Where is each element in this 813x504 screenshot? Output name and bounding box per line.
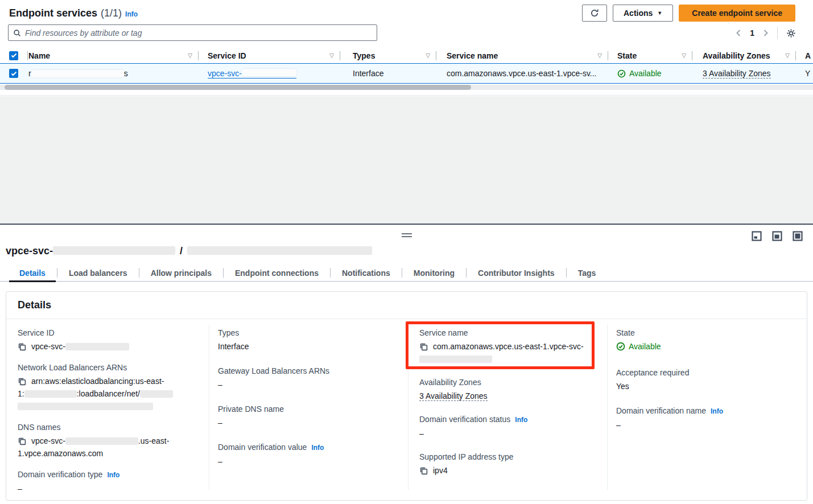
- chevron-right-icon: [762, 29, 769, 37]
- field-label: Domain verification value: [218, 441, 307, 453]
- status-available-icon: [617, 69, 626, 78]
- chevron-down-icon: ▼: [657, 10, 662, 16]
- tab-load-balancers[interactable]: Load balancers: [57, 265, 139, 281]
- tab-contributor-insights[interactable]: Contributor Insights: [467, 265, 566, 281]
- state-text: Available: [629, 340, 661, 353]
- status-available-icon: [616, 342, 625, 351]
- copy-icon[interactable]: [18, 342, 27, 351]
- column-divider: [198, 51, 199, 60]
- availability-zones-link[interactable]: 3 Availability Zones: [703, 69, 771, 79]
- tab-monitoring[interactable]: Monitoring: [402, 265, 466, 281]
- field-label: Types: [218, 327, 239, 338]
- field-value-line2: 1.vpce.amazonaws.com: [18, 447, 205, 460]
- page-title: Endpoint services (1/1) Info: [9, 7, 138, 19]
- tab-details[interactable]: Details: [8, 265, 57, 281]
- field-value: –: [18, 482, 205, 495]
- field-value: Yes: [616, 380, 804, 393]
- refresh-icon: [590, 9, 599, 18]
- field-label: Acceptance required: [616, 367, 689, 378]
- field-value-line2: [419, 353, 600, 365]
- redacted-text: [242, 69, 296, 76]
- horizontal-scrollbar-thumb[interactable]: [5, 85, 471, 90]
- refresh-button[interactable]: [582, 5, 607, 22]
- tab-notifications[interactable]: Notifications: [331, 265, 402, 281]
- copy-icon[interactable]: [419, 466, 428, 475]
- column-header-service-name: Service name: [447, 51, 498, 60]
- row-acceptance-cell: Y: [795, 64, 813, 83]
- pagination-divider: [777, 27, 778, 39]
- column-header-types: Types: [353, 51, 375, 60]
- redacted-text: [419, 356, 492, 363]
- sort-icon[interactable]: ▽: [785, 53, 790, 59]
- copy-icon[interactable]: [18, 377, 27, 386]
- panel-size-medium-button[interactable]: [772, 230, 783, 242]
- service-id-link[interactable]: vpce-svc-: [208, 69, 296, 79]
- table-header: Name ▽ Service ID ▽ Types ▽ Service name…: [0, 48, 813, 63]
- field-value: vpce-svc-.us-east-: [31, 435, 169, 447]
- table-preferences-button[interactable]: [786, 28, 797, 39]
- sort-icon[interactable]: ▽: [682, 53, 686, 59]
- previous-page-button[interactable]: [735, 29, 742, 37]
- page-header: Endpoint services (1/1) Info Actions ▼: [9, 3, 795, 23]
- actions-button[interactable]: Actions ▼: [613, 5, 673, 22]
- current-page[interactable]: 1: [750, 28, 754, 38]
- search-box: [8, 24, 377, 41]
- next-page-button[interactable]: [762, 29, 769, 37]
- info-link[interactable]: Info: [711, 406, 723, 417]
- table-row[interactable]: r s vpce-svc- Interface com.amazonaws.vp…: [0, 63, 813, 84]
- panel-size-large-button[interactable]: [793, 230, 804, 242]
- field-acceptance-required: Acceptance required Yes: [616, 367, 804, 393]
- field-value: –: [616, 419, 804, 431]
- gear-icon: [786, 28, 797, 39]
- sort-icon[interactable]: ▽: [188, 53, 192, 59]
- info-link[interactable]: Info: [515, 414, 527, 425]
- actions-button-label: Actions: [624, 9, 653, 18]
- column-divider: [408, 325, 408, 490]
- endpoint-services-page: Endpoint services (1/1) Info Actions ▼: [0, 0, 813, 504]
- column-divider: [340, 51, 340, 60]
- field-domain-verification-type: Domain verification typeInfo –: [18, 469, 205, 495]
- tab-tags[interactable]: Tags: [567, 265, 608, 281]
- page-info-link[interactable]: Info: [125, 10, 138, 18]
- copy-icon[interactable]: [18, 436, 27, 445]
- sort-icon[interactable]: ▽: [329, 53, 334, 59]
- search-icon: [13, 29, 21, 37]
- field-label: Supported IP address type: [419, 451, 514, 462]
- copy-icon[interactable]: [419, 342, 428, 351]
- field-value: arn:aws:elasticloadbalancing:us-east-: [31, 375, 164, 387]
- column-divider: [209, 325, 209, 490]
- tab-allow-principals[interactable]: Allow principals: [139, 265, 223, 281]
- panel-size-medium-icon: [772, 231, 783, 241]
- row-types-cell: Interface: [340, 64, 436, 83]
- search-input[interactable]: [25, 28, 372, 38]
- row-checkbox[interactable]: [9, 69, 18, 78]
- split-panel-controls: [752, 230, 804, 242]
- row-name-prefix: r: [28, 69, 31, 78]
- create-endpoint-service-button[interactable]: Create endpoint service: [679, 5, 795, 22]
- details-column-2: Types Interface Gateway Load Balancers A…: [218, 327, 400, 477]
- column-header-availability-zones: Availability Zones: [703, 51, 770, 60]
- page-title-text: Endpoint services: [9, 7, 97, 19]
- split-panel-title: vpce-svc-/: [6, 245, 372, 257]
- field-dns-names: DNS names vpce-svc-.us-east- 1.vpce.amaz…: [18, 422, 205, 460]
- field-service-id: Service ID vpce-svc-: [18, 327, 205, 353]
- info-link[interactable]: Info: [107, 469, 119, 481]
- field-types: Types Interface: [218, 327, 400, 353]
- row-service-name-cell: com.amazonaws.vpce.us-east-1.vpce-sv...: [436, 64, 608, 83]
- field-value: –: [218, 455, 400, 468]
- sort-icon[interactable]: ▽: [597, 53, 602, 59]
- redacted-text: [187, 246, 372, 255]
- arn-path: :loadbalancer/net/: [77, 389, 140, 398]
- redacted-text: [53, 246, 175, 255]
- info-link[interactable]: Info: [311, 442, 324, 453]
- select-all-checkbox[interactable]: [9, 51, 18, 60]
- tab-endpoint-connections[interactable]: Endpoint connections: [224, 265, 330, 281]
- details-card: Details Service ID vpce-svc-: [6, 291, 807, 501]
- availability-zones-link[interactable]: 3 Availability Zones: [419, 391, 488, 401]
- field-label: Gateway Load Balancers ARNs: [218, 365, 329, 377]
- panel-size-small-button[interactable]: [752, 230, 763, 242]
- split-panel-drag-handle[interactable]: [402, 233, 412, 237]
- header-actions: Actions ▼ Create endpoint service: [582, 5, 795, 22]
- field-domain-verification-status: Domain verification statusInfo –: [419, 414, 600, 440]
- sort-icon[interactable]: ▽: [426, 53, 430, 59]
